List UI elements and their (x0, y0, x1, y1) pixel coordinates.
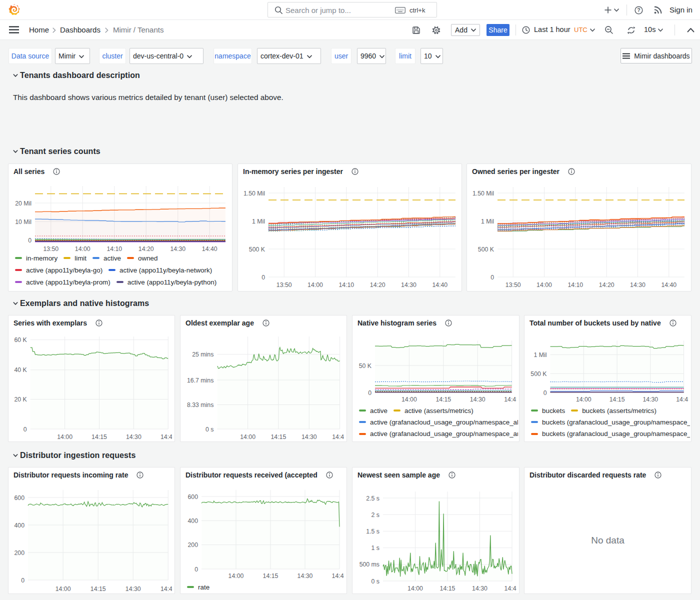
svg-text:40 K: 40 K (14, 366, 27, 374)
svg-text:14:15: 14:15 (92, 434, 107, 440)
svg-text:14:20: 14:20 (599, 282, 614, 288)
svg-text:0: 0 (28, 237, 32, 244)
svg-text:14:30: 14:30 (642, 396, 658, 403)
svg-text:14:10: 14:10 (338, 282, 354, 288)
svg-text:500 ms: 500 ms (360, 561, 380, 568)
svg-text:14:15: 14:15 (271, 434, 286, 440)
svg-text:13:50: 13:50 (506, 282, 521, 288)
svg-text:600: 600 (14, 494, 24, 502)
svg-text:0: 0 (21, 577, 24, 584)
svg-text:400: 400 (14, 522, 24, 529)
svg-text:500 K: 500 K (478, 246, 494, 253)
svg-text:14:20: 14:20 (138, 246, 154, 252)
svg-text:500 K: 500 K (530, 370, 547, 378)
svg-text:13:50: 13:50 (43, 246, 58, 252)
svg-text:14:30: 14:30 (298, 572, 313, 580)
svg-text:1 Mil: 1 Mil (252, 218, 265, 225)
svg-text:14:00: 14:00 (402, 396, 417, 403)
svg-text:14:00: 14:00 (536, 282, 552, 288)
svg-text:1.50 Mil: 1.50 Mil (472, 190, 494, 197)
svg-text:8.33 mins: 8.33 mins (187, 402, 214, 408)
svg-text:14:45: 14:45 (504, 396, 516, 403)
svg-text:14:15: 14:15 (90, 586, 106, 592)
svg-text:0: 0 (24, 426, 27, 433)
svg-text:14:40: 14:40 (661, 282, 676, 288)
svg-text:400: 400 (188, 518, 198, 524)
svg-text:2 s: 2 s (372, 512, 380, 518)
svg-text:0: 0 (194, 566, 198, 573)
svg-text:14:45: 14:45 (160, 586, 172, 592)
svg-text:14:30: 14:30 (401, 282, 416, 288)
svg-text:0 s: 0 s (206, 426, 214, 433)
svg-text:14:45: 14:45 (504, 585, 516, 592)
svg-text:600: 600 (188, 494, 198, 500)
svg-text:500 K: 500 K (249, 246, 266, 253)
svg-text:14:40: 14:40 (202, 246, 218, 252)
svg-text:16.7 mins: 16.7 mins (187, 377, 214, 384)
svg-text:14:30: 14:30 (470, 396, 486, 403)
svg-text:13:50: 13:50 (276, 282, 292, 288)
svg-text:0: 0 (368, 390, 372, 396)
svg-text:14:30: 14:30 (126, 434, 142, 440)
svg-text:1 Mil: 1 Mil (534, 352, 547, 358)
svg-text:14:15: 14:15 (263, 572, 278, 580)
svg-text:200: 200 (188, 542, 198, 548)
svg-text:14:00: 14:00 (576, 396, 592, 403)
svg-text:14:00: 14:00 (308, 282, 323, 288)
svg-text:14:15: 14:15 (436, 396, 451, 403)
svg-text:14:10: 14:10 (568, 282, 583, 288)
svg-text:25 mins: 25 mins (192, 351, 214, 358)
svg-text:14:10: 14:10 (106, 246, 122, 252)
svg-text:1 s: 1 s (372, 544, 380, 552)
svg-text:20 K: 20 K (14, 396, 27, 403)
svg-text:14:30: 14:30 (630, 282, 646, 288)
svg-text:2.5 s: 2.5 s (366, 495, 380, 502)
svg-text:1.5 s: 1.5 s (366, 528, 380, 535)
svg-text:200: 200 (14, 550, 24, 556)
svg-text:1.50 Mil: 1.50 Mil (244, 190, 265, 197)
svg-text:14:45: 14:45 (332, 434, 344, 440)
svg-text:14:15: 14:15 (610, 396, 625, 403)
svg-text:14:00: 14:00 (240, 434, 256, 440)
svg-text:60 K: 60 K (14, 336, 27, 344)
svg-text:1 Mil: 1 Mil (481, 218, 494, 225)
svg-text:14:30: 14:30 (302, 434, 317, 440)
svg-text:14:00: 14:00 (228, 572, 244, 580)
svg-text:14:45: 14:45 (676, 396, 688, 403)
svg-text:14:45: 14:45 (160, 434, 172, 440)
svg-text:14:00: 14:00 (408, 585, 423, 592)
svg-text:14:40: 14:40 (432, 282, 448, 288)
svg-text:14:00: 14:00 (56, 586, 71, 592)
svg-text:14:30: 14:30 (170, 246, 186, 252)
svg-text:14:00: 14:00 (75, 246, 90, 252)
svg-text:14:30: 14:30 (126, 586, 141, 592)
svg-text:20 Mil: 20 Mil (15, 200, 32, 207)
svg-text:0 s: 0 s (372, 578, 380, 585)
svg-text:14:00: 14:00 (57, 434, 72, 440)
svg-text:14:15: 14:15 (440, 585, 456, 592)
svg-text:14:45: 14:45 (332, 572, 344, 580)
svg-text:0: 0 (544, 390, 547, 396)
svg-text:0: 0 (262, 274, 265, 281)
svg-text:50 K: 50 K (359, 362, 372, 370)
svg-text:10 Mil: 10 Mil (15, 218, 32, 226)
svg-text:14:20: 14:20 (370, 282, 386, 288)
svg-text:14:30: 14:30 (472, 585, 488, 592)
svg-text:?: ? (637, 7, 640, 13)
svg-text:0: 0 (490, 274, 494, 281)
